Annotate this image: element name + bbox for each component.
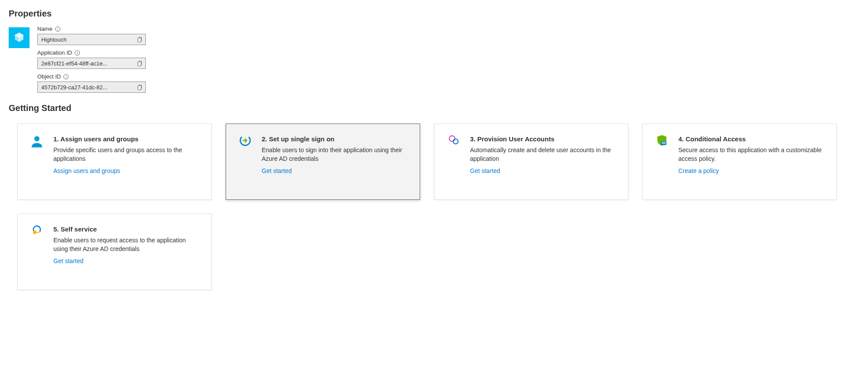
card-link[interactable]: Get started bbox=[470, 167, 616, 174]
application-id-label-text: Application ID bbox=[37, 49, 72, 56]
shield-icon bbox=[655, 134, 669, 148]
card-assign-users[interactable]: 1. Assign users and groups Provide speci… bbox=[17, 124, 212, 200]
svg-point-6 bbox=[453, 139, 458, 144]
card-title: 2. Set up single sign on bbox=[262, 135, 408, 143]
copy-button[interactable] bbox=[135, 35, 144, 44]
card-title: 1. Assign users and groups bbox=[53, 135, 199, 143]
card-link[interactable]: Create a policy bbox=[678, 167, 824, 174]
name-field-group: Name i bbox=[37, 26, 146, 45]
card-link[interactable]: Get started bbox=[53, 257, 199, 264]
card-description: Automatically create and delete user acc… bbox=[470, 146, 616, 163]
object-id-input[interactable] bbox=[41, 84, 135, 91]
name-label-text: Name bbox=[37, 26, 53, 32]
copy-button[interactable] bbox=[135, 83, 144, 91]
svg-rect-8 bbox=[662, 142, 666, 143]
name-input[interactable] bbox=[41, 36, 135, 43]
card-title: 3. Provision User Accounts bbox=[470, 135, 616, 143]
card-description: Secure access to this application with a… bbox=[678, 146, 824, 163]
application-id-field-group: Application ID i bbox=[37, 49, 146, 69]
object-id-label-text: Object ID bbox=[37, 73, 61, 80]
object-id-label: Object ID i bbox=[37, 73, 146, 80]
info-icon[interactable]: i bbox=[75, 50, 80, 55]
card-link[interactable]: Assign users and groups bbox=[53, 167, 199, 174]
card-conditional-access[interactable]: 4. Conditional Access Secure access to t… bbox=[642, 124, 837, 200]
svg-rect-12 bbox=[36, 232, 39, 233]
application-id-label: Application ID i bbox=[37, 49, 146, 56]
svg-point-5 bbox=[449, 136, 455, 141]
cube-icon bbox=[14, 32, 24, 44]
svg-rect-2 bbox=[138, 86, 141, 90]
application-id-input[interactable] bbox=[41, 60, 135, 67]
card-link[interactable]: Get started bbox=[262, 167, 408, 174]
self-service-icon bbox=[30, 225, 44, 238]
card-description: Enable users to sign into their applicat… bbox=[262, 146, 408, 163]
card-description: Enable users to request access to the ap… bbox=[53, 236, 199, 253]
object-id-field-group: Object ID i bbox=[37, 73, 146, 93]
info-icon[interactable]: i bbox=[63, 74, 69, 79]
provision-icon bbox=[447, 134, 460, 148]
user-group-icon bbox=[30, 134, 44, 148]
getting-started-cards: 1. Assign users and groups Provide speci… bbox=[9, 124, 859, 290]
svg-rect-9 bbox=[662, 143, 666, 143]
card-title: 5. Self service bbox=[53, 225, 199, 233]
card-provision[interactable]: 3. Provision User Accounts Automatically… bbox=[434, 124, 628, 200]
card-description: Provide specific users and groups access… bbox=[53, 146, 199, 163]
svg-rect-0 bbox=[138, 38, 141, 42]
properties-heading: Properties bbox=[9, 9, 859, 19]
sso-arrow-icon bbox=[238, 134, 252, 148]
svg-rect-1 bbox=[138, 62, 141, 66]
card-sso[interactable]: 2. Set up single sign on Enable users to… bbox=[226, 124, 420, 200]
getting-started-heading: Getting Started bbox=[9, 103, 859, 113]
card-title: 4. Conditional Access bbox=[678, 135, 824, 143]
svg-point-11 bbox=[33, 231, 36, 234]
svg-point-3 bbox=[34, 136, 39, 141]
name-label: Name i bbox=[37, 26, 146, 32]
card-self-service[interactable]: 5. Self service Enable users to request … bbox=[17, 214, 212, 290]
properties-block: Name i Application ID i bbox=[9, 26, 859, 93]
info-icon[interactable]: i bbox=[55, 26, 60, 32]
copy-button[interactable] bbox=[135, 59, 144, 68]
app-tile bbox=[9, 27, 30, 48]
